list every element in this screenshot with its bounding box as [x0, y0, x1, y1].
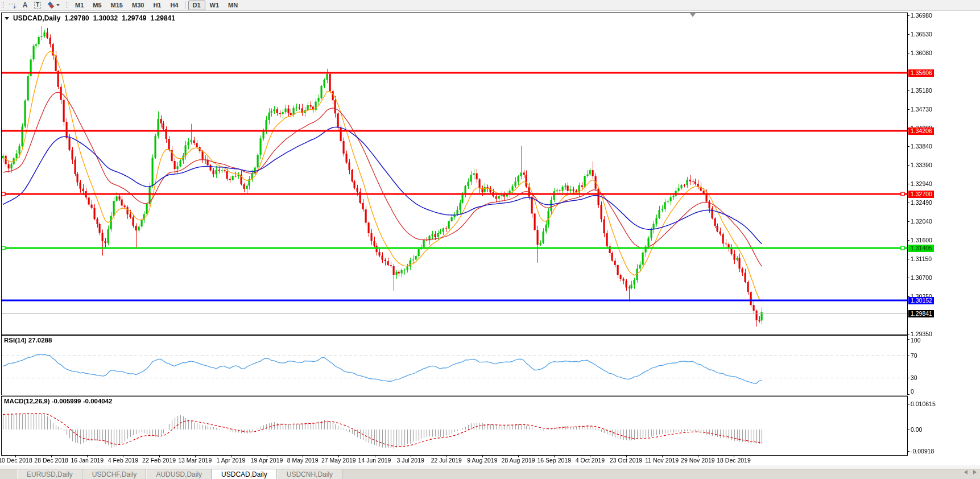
timeframe-button-m30[interactable]: M30 [127, 1, 148, 10]
text-box-tool-icon[interactable]: T [32, 1, 43, 10]
chart-symbol: USDCAD,Daily [13, 14, 60, 22]
ohlc-high: 1.30032 [93, 14, 118, 22]
timeframe-group: M1M5M15M30H1H4D1W1MN [71, 1, 242, 10]
ohlc-close: 1.29841 [151, 14, 175, 22]
rsi-indicator-label: RSI(14) 27.0288 [4, 337, 52, 344]
macd-indicator-label: MACD(12,26,9) -0.005999 -0.004042 [4, 398, 113, 404]
chart-tab-audusd[interactable]: AUDUSD,Daily [146, 469, 212, 479]
scroll-left-icon[interactable] [964, 470, 967, 474]
chevron-down-icon [56, 4, 60, 6]
timeframe-button-m15[interactable]: M15 [106, 1, 127, 10]
top-toolbar: F A T M1M5M15M30H1H4D1W1MN [0, 0, 980, 11]
timeframe-button-m5[interactable]: M5 [88, 1, 106, 10]
chart-menu-arrow-icon[interactable] [5, 17, 9, 20]
timeframe-button-h4[interactable]: H4 [166, 1, 183, 10]
chart-tab-usdcad[interactable]: USDCAD,Daily [212, 469, 277, 479]
text-label-tool-icon[interactable]: A [19, 1, 31, 10]
fibo-tool-icon[interactable]: F [7, 1, 18, 10]
chart-tab-usdcnh[interactable]: USDCNH,Daily [277, 469, 342, 479]
timeframe-button-mn[interactable]: MN [224, 1, 242, 10]
chart-canvas[interactable] [0, 0, 980, 479]
chart-tab-bar: EURUSD,DailyUSDCHF,DailyAUDUSD,DailyUSDC… [0, 469, 980, 479]
toolbar-separator [185, 1, 186, 9]
chart-tab-eurusd[interactable]: EURUSD,Daily [17, 469, 82, 479]
chart-title: USDCAD,Daily 1.29780 1.30032 1.29749 1.2… [5, 14, 179, 22]
timeframe-button-m1[interactable]: M1 [71, 1, 88, 10]
scroll-right-icon[interactable] [973, 470, 977, 474]
timeframe-button-w1[interactable]: W1 [205, 1, 224, 10]
ohlc-open: 1.29780 [64, 14, 89, 22]
toolbar-drag-handle[interactable] [1, 2, 4, 9]
timeframe-button-h1[interactable]: H1 [148, 1, 166, 10]
chart-tab-usdchf[interactable]: USDCHF,Daily [82, 469, 147, 479]
ohlc-low: 1.29749 [122, 14, 146, 22]
arrow-objects-tool-icon[interactable] [44, 1, 64, 10]
timeframe-button-d1[interactable]: D1 [188, 1, 205, 10]
toolbar-drag-handle[interactable] [65, 2, 68, 9]
